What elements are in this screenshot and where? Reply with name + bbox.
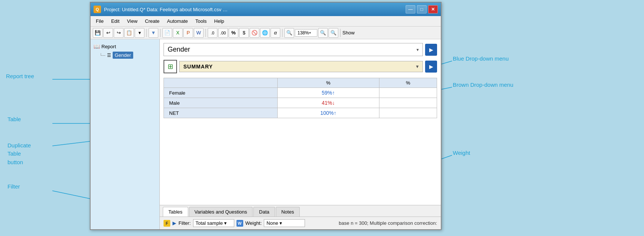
row-label-male: Male xyxy=(164,98,278,108)
right-arrow-icon: ▶ xyxy=(173,220,176,226)
filter-label: Filter: xyxy=(178,220,191,226)
menubar: File Edit View Create Automate Tools Hel… xyxy=(91,16,441,27)
web-button[interactable]: 🌐 xyxy=(260,28,270,38)
summary-nav-right-button[interactable]: ▶ xyxy=(425,61,437,73)
col-header-percent-2: % xyxy=(379,78,437,88)
titlebar-buttons: — □ ✕ xyxy=(406,5,438,13)
format-btn1[interactable]: .0 xyxy=(208,28,217,38)
header-row: Gender ▾ ▶ xyxy=(160,39,441,58)
app-icon: Q xyxy=(94,6,101,13)
summary-row: ⊞ SUMMARY ▾ ▶ xyxy=(160,58,441,75)
filter-button[interactable]: ▼ xyxy=(149,28,158,38)
tab-data[interactable]: Data xyxy=(253,207,275,217)
undo-button[interactable]: ↩ xyxy=(103,28,113,38)
duplicate-table-button[interactable]: ⊞ xyxy=(164,60,177,73)
weight-label: Weight: xyxy=(245,220,262,226)
data-table: % % Female 59%↑ Male xyxy=(164,78,437,118)
toolbar-separator-2 xyxy=(160,29,161,37)
dollar-button[interactable]: $ xyxy=(239,28,249,38)
weight-dropdown[interactable]: None ▾ xyxy=(264,219,305,227)
row-label-net: NET xyxy=(164,108,278,118)
filter-dropdown-arrow: ▾ xyxy=(224,220,227,226)
row-value-net: 100%↑ xyxy=(277,108,379,118)
gender-dropdown-label: Gender xyxy=(168,46,190,53)
annotation-weight: Weight xyxy=(453,150,470,156)
close-button[interactable]: ✕ xyxy=(428,5,438,13)
row-label-female: Female xyxy=(164,88,278,98)
menu-automate[interactable]: Automate xyxy=(163,17,192,25)
col-header-percent-1: % xyxy=(277,78,379,88)
main-panel: Gender ▾ ▶ ⊞ SUMMARY ▾ ▶ xyxy=(160,39,441,229)
powerpoint-button[interactable]: P xyxy=(183,28,193,38)
gender-dropdown-arrow: ▾ xyxy=(416,47,419,52)
toolbar-separator-3 xyxy=(205,29,206,37)
annotation-blue-dropdown: Blue Drop-down menu xyxy=(453,55,509,62)
annotation-filter: Filter xyxy=(7,183,20,190)
row-empty-net xyxy=(379,108,437,118)
gender-dropdown[interactable]: Gender ▾ xyxy=(164,43,423,56)
weight-badge: W xyxy=(236,220,243,227)
status-text: base n = 300; Multiple comparison correc… xyxy=(339,220,437,226)
titlebar: Q Project: Untitled.Q* Data: Feelings ab… xyxy=(91,3,441,16)
col-header-empty xyxy=(164,78,278,88)
tree-root: 📖 Report xyxy=(92,42,158,50)
toolbar-separator-4 xyxy=(282,29,283,37)
summary-label: SUMMARY xyxy=(183,64,213,70)
show-label: Show xyxy=(342,30,355,36)
annotation-brown-dropdown: Brown Drop-down menu xyxy=(453,82,513,88)
excel-button[interactable]: X xyxy=(173,28,183,38)
menu-help[interactable]: Help xyxy=(210,17,228,25)
table-row: Male 41%↓ xyxy=(164,98,437,108)
search-button[interactable]: 🔍 xyxy=(284,28,294,38)
menu-view[interactable]: View xyxy=(123,17,141,25)
summary-dropdown[interactable]: SUMMARY ▾ xyxy=(179,61,423,72)
row-value-female: 59%↑ xyxy=(277,88,379,98)
menu-edit[interactable]: Edit xyxy=(107,17,123,25)
maximize-button[interactable]: □ xyxy=(417,5,427,13)
report-label: Report xyxy=(101,44,116,49)
word-button[interactable]: W xyxy=(194,28,204,38)
summary-nav-right-icon: ▶ xyxy=(429,64,433,70)
filter-badge: F xyxy=(164,220,170,227)
tree-child-gender[interactable]: └─ ☰ Gender xyxy=(92,50,158,60)
menu-file[interactable]: File xyxy=(92,17,107,25)
no-sign-button[interactable]: 🚫 xyxy=(250,28,259,38)
female-value: 59%↑ xyxy=(322,90,335,96)
zoom-out-button[interactable]: 🔍 xyxy=(329,28,338,38)
filter-dropdown[interactable]: Total sample ▾ xyxy=(193,219,234,227)
filter-value: Total sample xyxy=(196,220,223,226)
dropdown-arrow-button[interactable]: ▾ xyxy=(135,28,144,38)
format-btn2[interactable]: .00 xyxy=(218,28,228,38)
menu-create[interactable]: Create xyxy=(141,17,163,25)
alpha-button[interactable]: α xyxy=(271,28,280,38)
toolbar-separator-1 xyxy=(146,29,147,37)
content-area: 📖 Report └─ ☰ Gender Gender ▾ ▶ xyxy=(91,39,441,229)
weight-value: None xyxy=(266,220,278,226)
zoom-dropdown-arrow: ▾ xyxy=(309,31,311,35)
toolbar-separator-5 xyxy=(340,29,341,37)
minimize-button[interactable]: — xyxy=(406,5,415,13)
weight-dropdown-arrow: ▾ xyxy=(280,220,282,226)
tree-lines: └─ xyxy=(100,53,106,58)
annotation-duplicate: Duplicate Table button xyxy=(7,133,31,166)
table-area: % % Female 59%↑ Male xyxy=(160,75,441,205)
redo-button[interactable]: ↪ xyxy=(114,28,123,38)
net-value: 100%↑ xyxy=(320,110,336,116)
bottom-tabs: Tables Variables and Questions Data Note… xyxy=(160,205,441,217)
table-row: NET 100%↑ xyxy=(164,108,437,118)
duplicate-icon: ⊞ xyxy=(168,62,173,71)
zoom-control[interactable]: 138% ▾ xyxy=(295,29,317,37)
annotation-report-tree: Report tree xyxy=(6,72,34,80)
tab-variables[interactable]: Variables and Questions xyxy=(189,207,253,217)
zoom-in-button[interactable]: 🔍 xyxy=(318,28,328,38)
gender-nav-right-button[interactable]: ▶ xyxy=(425,44,437,56)
percent-button[interactable]: % xyxy=(229,28,238,38)
copy-button[interactable]: 📋 xyxy=(124,28,134,38)
tab-notes[interactable]: Notes xyxy=(276,207,300,217)
report-icon: 📖 xyxy=(94,43,100,49)
menu-tools[interactable]: Tools xyxy=(192,17,210,25)
gender-tree-item[interactable]: Gender xyxy=(113,52,133,59)
save-button[interactable]: 💾 xyxy=(93,28,103,38)
export-button[interactable]: 📄 xyxy=(162,28,172,38)
tab-tables[interactable]: Tables xyxy=(163,207,188,217)
